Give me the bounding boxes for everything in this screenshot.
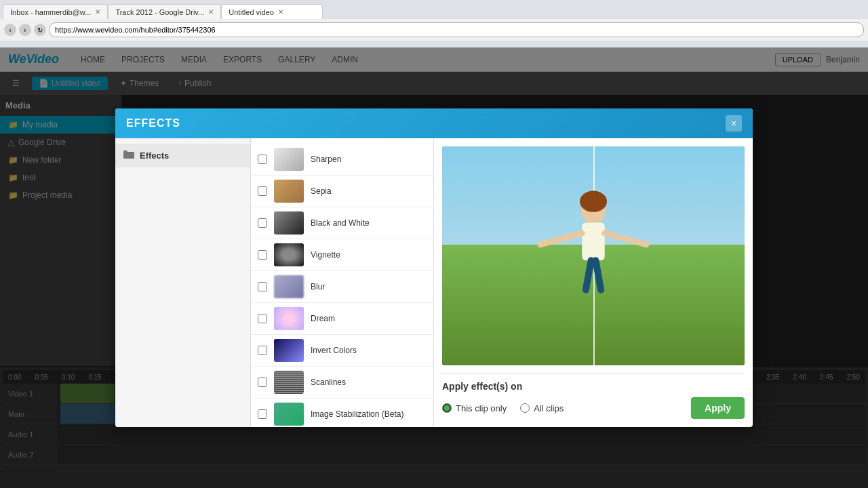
browser-chrome: Inbox - hammerdib@w... ✕ Track 2012 - Go…: [0, 0, 868, 47]
effect-name-vignette: Vignette: [311, 250, 340, 260]
effect-item-blur[interactable]: Blur: [251, 271, 433, 303]
dialog-body: Effects Sharpen Sepia Black: [115, 138, 753, 427]
effect-checkbox-scanlines[interactable]: [258, 378, 267, 387]
tab-label: Untitled video: [229, 8, 274, 16]
svg-line-4: [540, 233, 582, 245]
apply-section: Apply effect(s) on This clip only All cl…: [442, 373, 745, 419]
svg-point-2: [580, 191, 607, 212]
modal-overlay: EFFECTS × Effects: [0, 47, 868, 488]
dialog-close-button[interactable]: ×: [726, 115, 742, 131]
svg-line-5: [605, 233, 646, 245]
effect-name-stabilize: Image Stabilization (Beta): [311, 409, 403, 419]
effect-item-dream[interactable]: Dream: [251, 303, 433, 335]
effect-item-sepia[interactable]: Sepia: [251, 176, 433, 207]
effect-thumb-sepia: [274, 180, 304, 203]
effect-name-blur: Blur: [311, 282, 325, 291]
effect-checkbox-invert[interactable]: [258, 346, 267, 355]
effect-name-bw: Black and White: [311, 218, 370, 228]
effects-preview-panel: Apply effect(s) on This clip only All cl…: [434, 138, 753, 427]
dialog-header: EFFECTS ×: [115, 108, 753, 138]
effect-checkbox-bw[interactable]: [258, 218, 267, 228]
tab-label: Inbox - hammerdib@w...: [10, 8, 91, 16]
effects-dialog: EFFECTS × Effects: [115, 108, 753, 427]
effect-checkbox-vignette[interactable]: [258, 250, 267, 260]
preview-image: [442, 146, 745, 365]
effect-item-invert[interactable]: Invert Colors: [251, 335, 433, 367]
browser-tab-1[interactable]: Inbox - hammerdib@w... ✕: [3, 4, 108, 19]
effects-sidebar: Effects: [115, 138, 251, 427]
radio-label-this-clip: This clip only: [456, 403, 507, 413]
tab-close-3[interactable]: ✕: [278, 8, 283, 16]
effect-name-sepia: Sepia: [311, 186, 332, 196]
effect-checkbox-sepia[interactable]: [258, 186, 267, 196]
effects-sidebar-item-effects[interactable]: Effects: [115, 144, 250, 167]
effect-item-sharpen[interactable]: Sharpen: [251, 144, 433, 176]
effect-item-bw[interactable]: Black and White: [251, 207, 433, 239]
effects-list: Sharpen Sepia Black and White Vignette: [251, 138, 434, 427]
effect-thumb-invert: [274, 339, 304, 362]
effect-item-stabilize[interactable]: Image Stabilization (Beta): [251, 399, 433, 427]
svg-rect-0: [123, 152, 134, 159]
radio-input-this-clip[interactable]: [442, 403, 452, 413]
effect-thumb-bw: [274, 211, 304, 235]
browser-nav: ‹ › ↻: [0, 19, 868, 41]
radio-all-clips[interactable]: All clips: [520, 403, 564, 413]
browser-tabs: Inbox - hammerdib@w... ✕ Track 2012 - Go…: [0, 0, 868, 19]
radio-input-all-clips[interactable]: [520, 403, 530, 413]
effect-thumb-vignette: [274, 243, 304, 266]
browser-tab-3[interactable]: Untitled video ✕: [221, 4, 323, 19]
effect-checkbox-sharpen[interactable]: [258, 155, 267, 164]
effect-name-invert: Invert Colors: [311, 346, 357, 355]
folder-icon: [123, 149, 134, 162]
effect-checkbox-dream[interactable]: [258, 314, 267, 323]
effect-thumb-blur: [274, 275, 304, 298]
radio-this-clip[interactable]: This clip only: [442, 403, 507, 413]
dialog-title: EFFECTS: [126, 117, 180, 129]
effect-thumb-scanlines: [274, 371, 304, 394]
radio-label-all-clips: All clips: [534, 403, 564, 413]
reload-button[interactable]: ↻: [34, 24, 46, 36]
back-button[interactable]: ‹: [4, 24, 16, 36]
effect-name-scanlines: Scanlines: [311, 378, 346, 387]
tab-close-1[interactable]: ✕: [95, 8, 100, 16]
person-svg: [442, 146, 745, 365]
effect-name-dream: Dream: [311, 314, 335, 323]
svg-rect-3: [582, 222, 604, 260]
effects-sidebar-label: Effects: [140, 150, 169, 161]
apply-button[interactable]: Apply: [691, 397, 745, 419]
apply-options: This clip only All clips Apply: [442, 397, 745, 419]
effect-name-sharpen: Sharpen: [311, 155, 341, 164]
svg-line-6: [586, 260, 591, 289]
tab-label: Track 2012 - Google Driv...: [115, 8, 204, 16]
effect-item-scanlines[interactable]: Scanlines: [251, 367, 433, 399]
tab-close-2[interactable]: ✕: [208, 8, 214, 16]
effect-item-vignette[interactable]: Vignette: [251, 239, 433, 271]
apply-label: Apply effect(s) on: [442, 381, 745, 392]
effect-thumb-stabilize: [274, 403, 304, 426]
svg-line-7: [595, 260, 601, 289]
effect-thumb-dream: [274, 307, 304, 330]
effect-checkbox-blur[interactable]: [258, 282, 267, 291]
address-bar[interactable]: [49, 22, 864, 37]
effect-checkbox-stabilize[interactable]: [258, 409, 267, 419]
effect-thumb-sharpen: [274, 148, 304, 171]
forward-button[interactable]: ›: [19, 24, 31, 36]
browser-tab-2[interactable]: Track 2012 - Google Driv... ✕: [108, 4, 221, 19]
